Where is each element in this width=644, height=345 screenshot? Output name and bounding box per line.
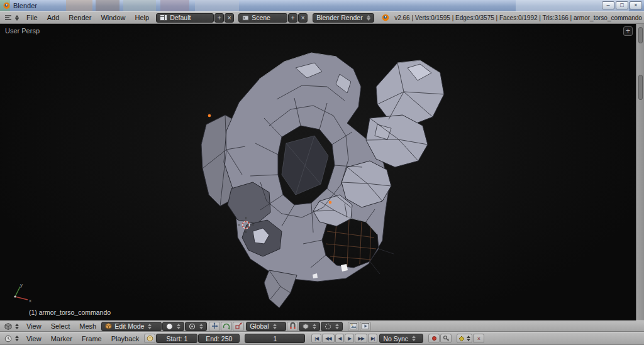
menu-add[interactable]: Add	[43, 13, 64, 22]
menu-file[interactable]: File	[22, 13, 42, 22]
pivot-point-selector[interactable]	[185, 322, 207, 331]
transform-orientation-selector[interactable]: Global	[246, 322, 286, 331]
chevron-updown-icon	[199, 324, 203, 329]
timeline-header: View Marker Frame Playback Start: 1 End:…	[0, 332, 644, 345]
jump-to-start-button[interactable]: |◀	[311, 334, 321, 343]
screen-layout-group: Default + ×	[156, 13, 234, 23]
screen-layout-icon	[160, 14, 167, 21]
render-engine-value: Blender Render	[316, 14, 363, 21]
key-icon	[443, 335, 450, 342]
render-engine-selector[interactable]: Blender Render	[313, 13, 374, 23]
prev-keyframe-button[interactable]: ◀◀	[322, 334, 335, 343]
edit-mode-cube-icon	[105, 323, 112, 329]
scene-selector[interactable]: Scene	[238, 13, 287, 23]
record-icon	[432, 336, 436, 341]
menu-window[interactable]: Window	[96, 13, 130, 22]
blender-logo-icon	[381, 14, 390, 21]
viewport-shading-selector[interactable]	[162, 322, 184, 331]
window-title: Blender	[13, 2, 37, 9]
chevron-updown-icon	[177, 324, 180, 329]
blender-window: Blender – □ × File Add Render Window Hel…	[0, 0, 644, 345]
background-grid-object	[326, 220, 376, 266]
delete-icon: ×	[477, 336, 480, 342]
chevron-updown-icon	[15, 15, 19, 21]
axis-x-label: x	[29, 298, 31, 304]
use-preview-range-button[interactable]	[144, 334, 155, 343]
scale-manipulator-button[interactable]	[233, 322, 244, 331]
editor-type-selector-info[interactable]	[2, 13, 21, 23]
viewport-3d[interactable]: User Persp	[0, 24, 636, 320]
snap-toggle-button[interactable]	[287, 322, 298, 331]
play-reverse-button[interactable]: ◀	[335, 334, 345, 343]
frame-start-field[interactable]: Start: 1	[156, 334, 197, 343]
opengl-render-animation-button[interactable]	[360, 322, 371, 331]
mini-axis-gizmo: x y	[8, 284, 34, 308]
auto-keying-set-button[interactable]	[440, 334, 452, 343]
menu-render[interactable]: Render	[64, 13, 96, 22]
main-area: User Persp	[0, 24, 644, 320]
menu-help[interactable]: Help	[131, 13, 154, 22]
view3d-header: View Select Mesh Edit Mode	[0, 320, 644, 332]
chevron-updown-icon	[467, 336, 470, 341]
pivot-icon	[189, 323, 196, 330]
translate-manipulator-button[interactable]	[209, 322, 220, 331]
menu-view[interactable]: View	[22, 334, 46, 343]
region-scroll-handle[interactable]	[638, 75, 643, 100]
open-properties-region-button[interactable]: +	[623, 26, 633, 36]
add-scene-button[interactable]: +	[288, 13, 297, 23]
sync-mode-selector[interactable]: No Sync	[379, 334, 423, 343]
mode-selector[interactable]: Edit Mode	[101, 322, 162, 331]
close-button[interactable]: ×	[630, 1, 642, 9]
play-button[interactable]: ▶	[345, 334, 354, 343]
magnet-icon	[289, 322, 296, 330]
view3d-editor-icon	[4, 323, 12, 330]
menu-mesh[interactable]: Mesh	[75, 322, 101, 331]
menu-marker[interactable]: Marker	[47, 334, 77, 343]
chevron-updown-icon	[313, 324, 316, 329]
menu-view[interactable]: View	[22, 322, 46, 331]
snap-element-selector[interactable]	[299, 322, 320, 331]
scene-value: Scene	[252, 14, 270, 21]
menu-frame[interactable]: Frame	[77, 334, 106, 343]
frame-end-field[interactable]: End: 250	[198, 334, 240, 343]
screen-layout-selector[interactable]: Default	[156, 13, 214, 23]
proportional-circle-icon	[325, 323, 331, 330]
opengl-render-image-button[interactable]	[348, 322, 359, 331]
mesh-bottom-taper	[264, 270, 297, 308]
chevron-updown-icon	[15, 336, 19, 341]
mesh-wireframe	[0, 24, 636, 320]
screen-layout-value: Default	[170, 14, 191, 21]
menu-select[interactable]: Select	[47, 322, 75, 331]
rotate-manipulator-button[interactable]	[221, 322, 232, 331]
orientation-value: Global	[250, 322, 269, 330]
record-button[interactable]	[428, 334, 440, 343]
menu-playback[interactable]: Playback	[107, 334, 144, 343]
current-frame-field[interactable]: 1	[245, 334, 305, 343]
editor-type-selector-3dview[interactable]	[2, 321, 21, 331]
editor-type-selector-timeline[interactable]	[2, 334, 21, 344]
keying-set-selector-button[interactable]	[457, 334, 472, 343]
chevron-updown-icon	[273, 324, 277, 329]
snap-element-cube-icon	[303, 324, 309, 329]
region-scroll-handle[interactable]	[638, 27, 643, 43]
delete-screen-layout-button[interactable]: ×	[225, 13, 234, 23]
proportional-edit-selector[interactable]	[321, 322, 343, 331]
chevron-updown-icon	[335, 324, 339, 329]
shading-sphere-icon	[166, 323, 173, 330]
titlebar[interactable]: Blender – □ ×	[0, 0, 644, 11]
minimize-button[interactable]: –	[602, 1, 614, 9]
chevron-updown-icon	[15, 324, 19, 329]
playback-controls: |◀ ◀◀ ◀ ▶ ▶▶ ▶|	[311, 334, 377, 343]
delete-scene-button[interactable]: ×	[298, 13, 308, 23]
jump-to-end-button[interactable]: ▶|	[368, 334, 378, 343]
sync-value: No Sync	[383, 335, 408, 342]
active-object-label: (1) armor_torso_commando	[29, 309, 111, 316]
scene-icon	[242, 14, 249, 21]
next-keyframe-button[interactable]: ▶▶	[355, 334, 367, 343]
delete-keyframe-button[interactable]: ×	[473, 334, 484, 343]
chevron-updown-icon	[412, 336, 416, 341]
maximize-button[interactable]: □	[616, 1, 628, 9]
collapsed-properties-region[interactable]	[636, 24, 644, 320]
add-screen-layout-button[interactable]: +	[214, 13, 224, 23]
chevron-updown-icon	[148, 324, 152, 329]
